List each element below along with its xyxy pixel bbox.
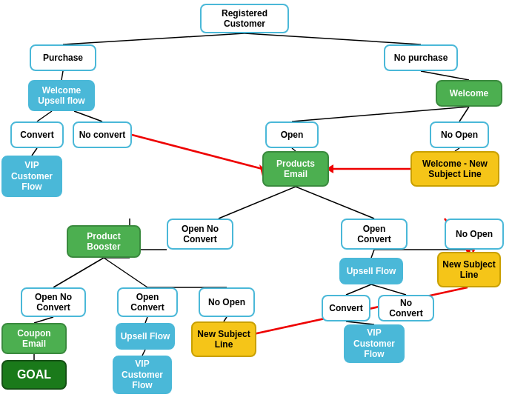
no-open-right-node: No Open [430, 121, 489, 148]
products-email-node: Products Email [262, 151, 329, 187]
open-convert-mid-node: Open Convert [341, 219, 408, 250]
svg-line-3 [421, 71, 469, 80]
purchase-node: Purchase [30, 44, 96, 71]
svg-line-12 [296, 187, 374, 219]
svg-line-6 [32, 148, 37, 156]
upsell-flow-bottom-node: Upsell Flow [116, 323, 175, 350]
svg-line-0 [63, 33, 245, 44]
svg-line-5 [74, 111, 102, 121]
open-no-convert-bottom-node: Open No Convert [21, 287, 86, 317]
svg-line-25 [34, 317, 53, 323]
welcome-new-subject-node: Welcome - New Subject Line [410, 151, 499, 187]
svg-line-19 [371, 250, 374, 258]
welcome-upsell-node: Welcome Upsell flow [28, 80, 95, 111]
no-open-mid-node: No Open [445, 219, 504, 250]
svg-line-30 [132, 135, 262, 169]
goal-node: GOAL [1, 360, 67, 390]
convert-node: Convert [10, 121, 64, 148]
open-node: Open [265, 121, 319, 148]
convert-bottom-node: Convert [322, 295, 370, 321]
vip-bottom-left-node: VIP Customer Flow [113, 356, 172, 394]
svg-line-4 [37, 111, 52, 121]
vip-top-node: VIP Customer Flow [1, 156, 62, 197]
no-convert-bottom-node: No Convert [378, 295, 434, 321]
no-open-bottom-node: No Open [199, 287, 255, 317]
svg-line-23 [371, 284, 406, 295]
open-no-convert-left-node: Open No Convert [167, 219, 233, 250]
vip-bottom-right-node: VIP Customer Flow [344, 324, 405, 363]
svg-line-28 [142, 350, 145, 356]
open-convert-bottom-node: Open Convert [117, 287, 178, 317]
svg-line-22 [346, 284, 371, 295]
svg-line-1 [245, 33, 421, 44]
svg-line-17 [104, 258, 147, 287]
product-booster-node: Product Booster [67, 225, 141, 258]
svg-line-7 [292, 107, 469, 121]
coupon-email-node: Coupon Email [1, 323, 67, 354]
svg-line-16 [53, 258, 104, 287]
new-subject-right-node: New Subject Line [437, 252, 501, 287]
upsell-flow-right-node: Upsell Flow [339, 258, 403, 284]
registered-customer-node: Registered Customer [200, 4, 289, 33]
new-subject-bottom-node: New Subject Line [191, 321, 256, 357]
svg-line-2 [61, 71, 63, 80]
welcome-node: Welcome [436, 80, 502, 107]
no-convert-node: No convert [73, 121, 132, 148]
svg-line-11 [219, 187, 296, 219]
svg-line-27 [145, 317, 147, 323]
no-purchase-node: No purchase [384, 44, 458, 71]
flow-diagram: Registered Customer Purchase No purchase… [0, 0, 532, 400]
svg-line-8 [459, 107, 469, 121]
